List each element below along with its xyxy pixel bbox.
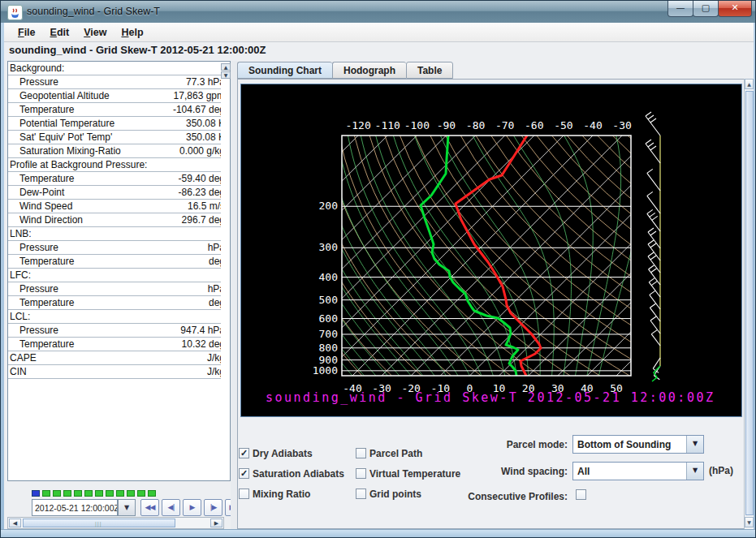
- menu-item-file[interactable]: File: [11, 25, 43, 40]
- checkbox-box[interactable]: [356, 468, 366, 479]
- timeline-step[interactable]: [148, 490, 156, 497]
- close-button[interactable]: ✕: [718, 1, 752, 17]
- menu-item-view[interactable]: View: [76, 25, 114, 40]
- menu-item-help[interactable]: Help: [114, 25, 150, 40]
- table-row[interactable]: Pressure947.4 hPa: [8, 324, 221, 338]
- table-scroll-up-icon[interactable]: ▲: [221, 63, 231, 71]
- time-combobox-arrow-icon[interactable]: ▼: [118, 499, 136, 516]
- timeline-step[interactable]: [106, 490, 114, 497]
- table-row[interactable]: Temperaturedeg: [8, 296, 221, 310]
- wind-barb: [648, 232, 660, 248]
- fast-forward-button[interactable]: ▶▶: [225, 499, 231, 516]
- timeline-step[interactable]: [32, 490, 40, 497]
- svg-text:-100: -100: [404, 119, 430, 131]
- table-row[interactable]: LFC:: [8, 269, 221, 282]
- table-row[interactable]: LNB:: [8, 227, 221, 241]
- table-row[interactable]: Dew-Point-86.23 deg: [8, 186, 221, 200]
- checkbox-label: Grid points: [369, 489, 421, 500]
- step-forward-button[interactable]: |▶: [204, 499, 222, 516]
- scrollbar-up-arrow-icon[interactable]: ▲: [745, 79, 754, 89]
- play-button[interactable]: ▶: [183, 499, 201, 516]
- wind-spacing-combobox[interactable]: All ▼: [572, 462, 704, 480]
- table-row[interactable]: Pressure77.3 hPa: [8, 75, 221, 89]
- timeline-step[interactable]: [116, 490, 124, 497]
- table-row[interactable]: Temperature-59.40 deg: [8, 172, 221, 186]
- checkbox-box[interactable]: [239, 489, 249, 499]
- row-label: Temperature: [19, 256, 74, 267]
- scrollbar-thumb[interactable]: [745, 91, 754, 515]
- wind-barb: [647, 196, 660, 213]
- skewt-svg: -120-110-100-90-80-70-60-50-40-30-40-30-…: [241, 88, 741, 415]
- combobox-arrow-icon[interactable]: ▼: [686, 436, 703, 453]
- table-row[interactable]: PressurehPa: [8, 282, 221, 296]
- table-row[interactable]: Wind Direction296.7 deg: [8, 213, 221, 227]
- timeline-step[interactable]: [53, 490, 61, 497]
- row-value: 350.08 K: [186, 118, 221, 129]
- table-row[interactable]: Geopotential Altitude17,863 gpm: [8, 89, 221, 103]
- right-vertical-scrollbar[interactable]: ▲ ▼: [744, 79, 754, 529]
- vertical-splitter[interactable]: [231, 61, 237, 529]
- timeline-step[interactable]: [74, 490, 82, 497]
- scrollbar-down-arrow-icon[interactable]: ▼: [745, 517, 754, 527]
- checkbox-box[interactable]: [356, 489, 366, 499]
- table-row[interactable]: Temperature-104.67 deg: [8, 103, 221, 117]
- consecutive-profiles-checkbox[interactable]: [576, 489, 586, 500]
- parcel-mode-combobox[interactable]: Bottom of Sounding ▼: [572, 435, 704, 454]
- table-row[interactable]: Temperaturedeg: [8, 255, 221, 269]
- row-label: Wind Speed: [19, 200, 72, 212]
- tab-bar: Sounding ChartHodographTable: [237, 62, 453, 79]
- row-value: deg: [209, 256, 221, 267]
- menu-item-edit[interactable]: Edit: [43, 25, 77, 40]
- row-value: 296.7 deg: [182, 214, 221, 226]
- table-row[interactable]: Background:: [8, 62, 221, 75]
- scrollbar-thumb[interactable]: |||: [23, 519, 175, 527]
- skewt-chart[interactable]: -120-110-100-90-80-70-60-50-40-30-40-30-…: [241, 84, 741, 416]
- checkbox-box[interactable]: ✓: [239, 468, 249, 479]
- step-back-button[interactable]: ◀|: [162, 499, 180, 516]
- maximize-button[interactable]: ▢: [693, 1, 719, 17]
- table-row[interactable]: CINJ/kg: [8, 365, 221, 379]
- table-row[interactable]: Temperature10.32 deg: [8, 338, 221, 351]
- row-value: -59.40 deg: [179, 173, 221, 184]
- left-horizontal-scrollbar[interactable]: ◀ ||| ▶: [7, 517, 224, 529]
- timeline-step[interactable]: [84, 490, 93, 497]
- table-row[interactable]: CAPEJ/kg: [8, 351, 221, 365]
- table-row[interactable]: Wind Speed16.5 m/s: [8, 200, 221, 213]
- checkbox-box[interactable]: ✓: [239, 448, 249, 458]
- row-value: 17,863 gpm: [174, 90, 221, 101]
- table-scroll-down-icon[interactable]: ▼: [221, 71, 231, 79]
- row-label: Temperature: [19, 104, 74, 115]
- window-title: sounding_wind - Grid Skew-T: [27, 6, 160, 17]
- row-label: Dew-Point: [19, 187, 64, 198]
- timeline-step[interactable]: [95, 490, 103, 497]
- tab-sounding-chart[interactable]: Sounding Chart: [237, 62, 332, 79]
- titlebar[interactable]: sounding_wind - Grid Skew-T —▢✕: [1, 1, 756, 24]
- window-border-left: [1, 23, 4, 529]
- table-row[interactable]: LCL:: [8, 310, 221, 324]
- tab-table[interactable]: Table: [406, 62, 453, 79]
- combobox-arrow-icon[interactable]: ▼: [686, 463, 703, 480]
- table-row[interactable]: Saturation Mixing-Ratio0.000 g/kg: [8, 144, 221, 158]
- wind-barb: [647, 213, 660, 231]
- checkbox-label: Virtual Temperature: [369, 468, 460, 480]
- row-label: Background:: [10, 62, 64, 74]
- table-row[interactable]: Potential Temperature350.08 K: [8, 117, 221, 131]
- row-value: 77.3 hPa: [186, 76, 221, 88]
- time-combobox[interactable]: 2012-05-21 12:00:00Z: [32, 499, 118, 516]
- table-row[interactable]: Sat' Equiv' Pot' Temp'350.08 K: [8, 131, 221, 144]
- table-row[interactable]: PressurehPa: [8, 241, 221, 255]
- table-row[interactable]: Profile at Background Pressure:: [8, 158, 221, 172]
- scrollbar-right-arrow-icon[interactable]: ▶: [210, 519, 222, 527]
- checkbox-box[interactable]: [356, 448, 366, 458]
- rewind-button[interactable]: ◀◀: [140, 499, 159, 516]
- timeline-step[interactable]: [137, 490, 145, 497]
- minimize-button[interactable]: —: [667, 1, 693, 17]
- row-value: deg: [209, 297, 221, 308]
- timeline-step[interactable]: [42, 490, 50, 497]
- scrollbar-left-arrow-icon[interactable]: ◀: [9, 519, 21, 527]
- row-label: Sat' Equiv' Pot' Temp': [19, 131, 112, 143]
- timeline-step[interactable]: [63, 490, 71, 497]
- row-label: Pressure: [19, 283, 58, 295]
- tab-hodograph[interactable]: Hodograph: [332, 62, 406, 79]
- timeline-step[interactable]: [127, 490, 135, 497]
